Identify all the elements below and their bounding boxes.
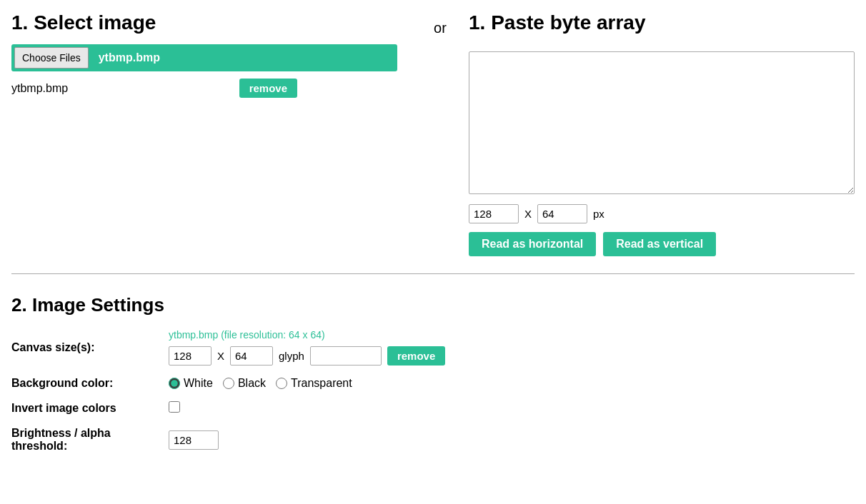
px-label: px	[593, 208, 604, 220]
dimensions-row: X px	[469, 204, 855, 223]
bg-white-radio[interactable]	[169, 378, 180, 389]
canvas-height-input[interactable]	[230, 346, 273, 366]
image-settings-title: 2. Image Settings	[11, 294, 855, 316]
brightness-input-wrapper	[169, 430, 855, 450]
action-buttons-row: Read as horizontal Read as vertical	[469, 232, 855, 256]
paste-byte-array-title: 1. Paste byte array	[469, 11, 855, 34]
canvas-remove-button[interactable]: remove	[387, 346, 445, 366]
file-input-label[interactable]: Choose Files ytbmp.bmp	[11, 44, 397, 71]
bg-transparent-label: Transparent	[291, 377, 352, 390]
file-row: ytbmp.bmp remove	[11, 79, 297, 98]
select-image-title: 1. Select image	[11, 11, 397, 34]
choose-files-button[interactable]: Choose Files	[14, 47, 89, 69]
bg-white-label: White	[184, 377, 213, 390]
bg-color-options: White Black Transparent	[169, 377, 855, 390]
bg-transparent-option[interactable]: Transparent	[276, 377, 352, 390]
width-input[interactable]	[469, 204, 519, 223]
or-divider: or	[412, 11, 469, 36]
canvas-width-input[interactable]	[169, 346, 211, 366]
glyph-label: glyph	[279, 350, 304, 362]
invert-checkbox-wrapper	[169, 401, 855, 415]
invert-label: Invert image colors	[11, 402, 169, 415]
canvas-size-value: ytbmp.bmp (file resolution: 64 x 64) X g…	[169, 329, 855, 366]
canvas-file-info: ytbmp.bmp (file resolution: 64 x 64)	[169, 329, 855, 341]
glyph-input[interactable]	[310, 346, 382, 366]
read-horizontal-button[interactable]: Read as horizontal	[469, 232, 596, 256]
bg-color-label: Background color:	[11, 377, 169, 390]
file-name-label: ytbmp.bmp	[11, 82, 68, 95]
bg-black-label: Black	[238, 377, 266, 390]
canvas-size-label: Canvas size(s):	[11, 341, 169, 354]
bg-black-option[interactable]: Black	[223, 377, 266, 390]
canvas-inputs-row: X glyph remove	[169, 346, 855, 366]
bg-transparent-radio[interactable]	[276, 378, 287, 389]
invert-checkbox[interactable]	[169, 401, 180, 413]
x-separator: X	[524, 208, 532, 220]
file-name-in-button: ytbmp.bmp	[91, 51, 167, 64]
read-vertical-button[interactable]: Read as vertical	[603, 232, 716, 256]
bg-white-option[interactable]: White	[169, 377, 213, 390]
paste-textarea[interactable]	[469, 51, 855, 194]
height-input[interactable]	[537, 204, 587, 223]
remove-file-button[interactable]: remove	[239, 79, 297, 98]
settings-grid: Canvas size(s): ytbmp.bmp (file resoluti…	[11, 329, 855, 453]
canvas-x-separator: X	[217, 350, 224, 362]
brightness-label: Brightness / alpha threshold:	[11, 427, 169, 453]
bg-black-radio[interactable]	[223, 378, 234, 389]
brightness-input[interactable]	[169, 430, 219, 450]
